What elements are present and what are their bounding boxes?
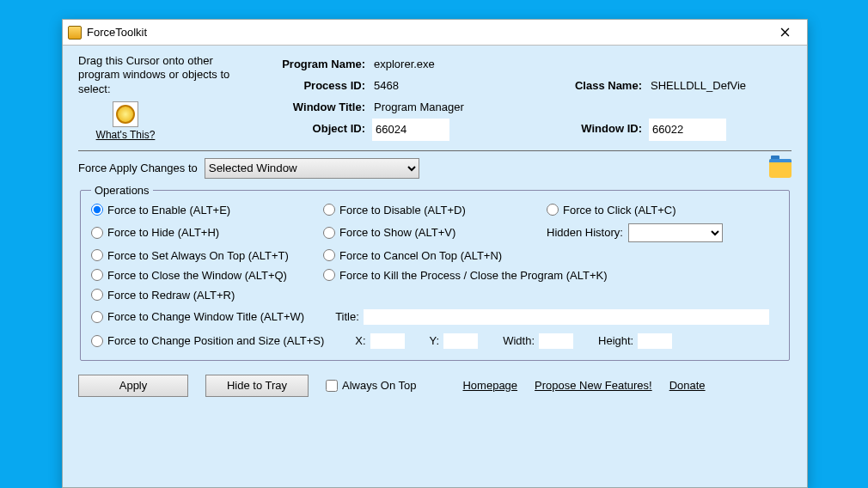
y-label: Y: [430, 334, 440, 347]
op-change-pos-radio[interactable] [91, 335, 103, 347]
program-name-value: explorer.exe [372, 54, 527, 75]
x-input[interactable] [370, 332, 406, 350]
object-id-label: Object ID: [255, 119, 367, 139]
force-apply-label: Force Apply Changes to [78, 162, 198, 174]
width-label: Width: [503, 334, 535, 347]
height-input[interactable] [637, 332, 673, 350]
op-enable-radio[interactable] [91, 204, 103, 216]
donate-link[interactable]: Donate [669, 379, 706, 392]
window-id-label: Window ID: [532, 119, 644, 139]
op-show[interactable]: Force to Show (ALT+V) [323, 226, 547, 239]
op-kill-process[interactable]: Force to Kill the Process / Close the Pr… [323, 269, 770, 282]
close-icon [780, 27, 790, 37]
app-icon [68, 26, 82, 40]
process-id-value: 5468 [372, 76, 527, 96]
op-click[interactable]: Force to Click (ALT+C) [547, 204, 770, 217]
program-name-label: Program Name: [255, 54, 367, 75]
operations-legend: Operations [91, 184, 153, 197]
op-cancel-on-top-radio[interactable] [323, 249, 335, 261]
op-kill-process-radio[interactable] [323, 269, 335, 281]
op-redraw-radio[interactable] [91, 289, 103, 301]
title-label: Title: [335, 310, 359, 323]
op-show-radio[interactable] [323, 227, 335, 239]
op-hide-radio[interactable] [91, 227, 103, 239]
window-id-value: 66022 [649, 119, 726, 141]
op-close-window-radio[interactable] [91, 269, 103, 281]
op-hide[interactable]: Force to Hide (ALT+H) [91, 226, 323, 239]
hidden-history: Hidden History: [547, 223, 770, 242]
force-apply-select[interactable]: Selected Window [205, 158, 419, 179]
titlebar: ForceToolkit [63, 20, 807, 46]
width-input[interactable] [538, 332, 574, 350]
window-title-label: Window Title: [255, 97, 367, 118]
explorer-icon [769, 159, 792, 178]
close-button[interactable] [767, 21, 802, 45]
op-always-on-top-radio[interactable] [91, 249, 103, 261]
window-title: ForceToolkit [87, 26, 147, 39]
propose-features-link[interactable]: Propose New Features! [535, 379, 652, 392]
op-change-title[interactable]: Force to Change Window Title (ALT+W) [91, 310, 304, 323]
title-input[interactable] [363, 308, 770, 326]
always-on-top-checkbox[interactable]: Always On Top [326, 379, 416, 392]
x-label: X: [355, 334, 365, 347]
op-enable[interactable]: Force to Enable (ALT+E) [91, 204, 323, 217]
app-window: ForceToolkit Drag this Cursor onto other… [62, 19, 808, 488]
operations-group: Operations Force to Enable (ALT+E) Force… [80, 184, 790, 361]
drag-prompt-text: Drag this Cursor onto other program wind… [78, 54, 229, 95]
homepage-link[interactable]: Homepage [462, 379, 517, 392]
footer: Apply Hide to Tray Always On Top Homepag… [78, 375, 792, 397]
class-name-label: Class Name: [532, 76, 644, 96]
class-name-value: SHELLDLL_DefVie [649, 76, 786, 96]
object-id-value: 66024 [372, 119, 449, 141]
hidden-history-select[interactable] [628, 223, 723, 242]
op-cancel-on-top[interactable]: Force to Cancel On Top (ALT+N) [323, 249, 770, 262]
process-id-label: Process ID: [255, 76, 367, 96]
drag-cursor-target[interactable] [113, 101, 138, 127]
op-click-radio[interactable] [547, 204, 559, 216]
op-close-window[interactable]: Force to Close the Window (ALT+Q) [91, 269, 323, 282]
op-redraw[interactable]: Force to Redraw (ALT+R) [91, 289, 770, 302]
apply-button[interactable]: Apply [78, 375, 188, 397]
y-input[interactable] [443, 332, 479, 350]
divider [78, 150, 792, 151]
window-title-value: Program Manager [372, 97, 527, 118]
height-label: Height: [598, 334, 633, 347]
crosshair-icon [116, 105, 135, 124]
op-always-on-top[interactable]: Force to Set Always On Top (ALT+T) [91, 249, 323, 262]
hidden-history-label: Hidden History: [547, 226, 623, 239]
hide-to-tray-button[interactable]: Hide to Tray [205, 375, 309, 397]
whats-this-link[interactable]: What's This? [96, 129, 156, 142]
always-on-top-check[interactable] [326, 380, 338, 392]
info-panel: Drag this Cursor onto other program wind… [78, 54, 792, 142]
op-change-title-radio[interactable] [91, 311, 103, 323]
drag-prompt: Drag this Cursor onto other program wind… [78, 54, 250, 142]
op-disable[interactable]: Force to Disable (ALT+D) [323, 204, 547, 217]
op-disable-radio[interactable] [323, 204, 335, 216]
op-change-pos[interactable]: Force to Change Position and Size (ALT+S… [91, 334, 324, 347]
